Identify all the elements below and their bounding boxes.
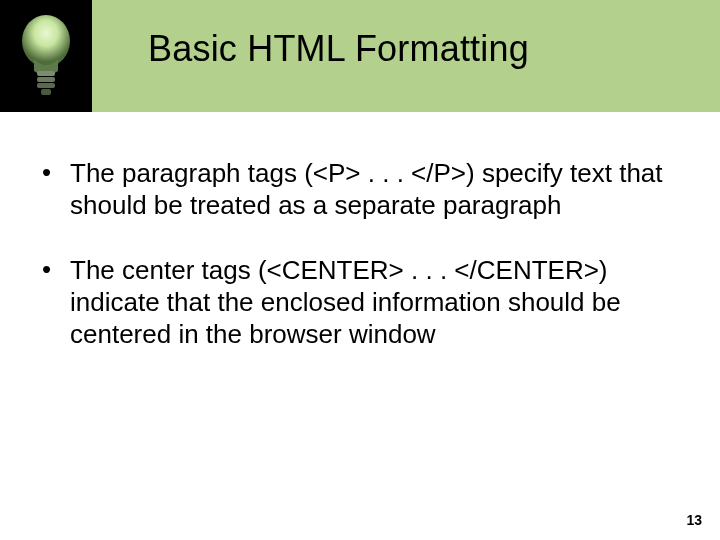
bullet-item: The center tags (<CENTER> . . . </CENTER… (36, 255, 680, 350)
icon-box (0, 0, 92, 112)
svg-rect-2 (37, 77, 55, 82)
page-number: 13 (686, 512, 702, 528)
lightbulb-icon (14, 9, 78, 103)
bullet-list: The paragraph tags (<P> . . . </P>) spec… (36, 158, 680, 385)
svg-rect-1 (37, 71, 55, 76)
slide-title: Basic HTML Formatting (148, 28, 529, 70)
svg-rect-3 (37, 83, 55, 88)
svg-point-0 (22, 15, 70, 67)
bullet-item: The paragraph tags (<P> . . . </P>) spec… (36, 158, 680, 221)
header-band: Basic HTML Formatting (0, 0, 720, 112)
svg-rect-4 (41, 89, 51, 95)
